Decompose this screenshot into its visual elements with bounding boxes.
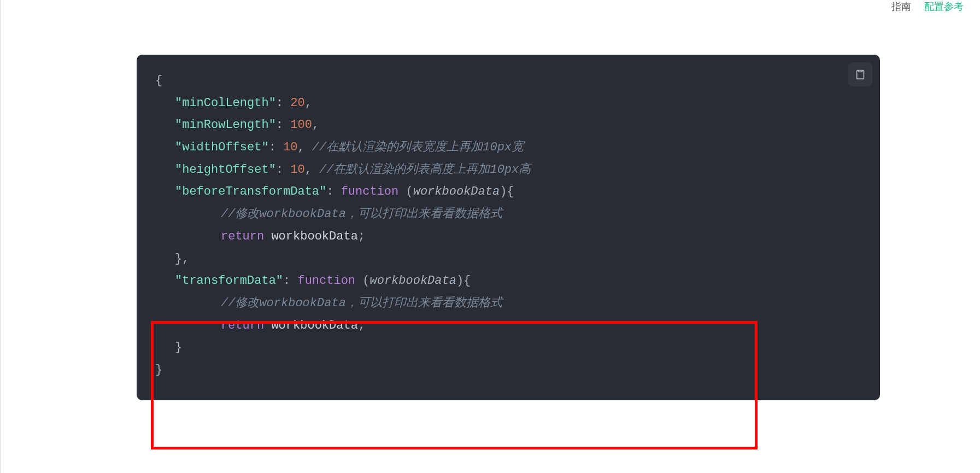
comment-transform-body: //修改workbookData，可以打印出来看看数据格式 bbox=[221, 296, 502, 310]
val-heightOffset: 10 bbox=[290, 163, 304, 177]
svg-rect-0 bbox=[858, 71, 862, 72]
nav-config-reference[interactable]: 配置参考 bbox=[924, 0, 964, 13]
id-workbookData-2: workbookData bbox=[271, 319, 357, 332]
top-nav: 指南 配置参考 bbox=[891, 0, 980, 13]
code-content: {"minColLength": 20,"minRowLength": 100,… bbox=[155, 70, 861, 382]
keyword-function-1: function bbox=[341, 185, 399, 198]
id-workbookData-1: workbookData bbox=[271, 230, 357, 243]
key-beforeTransformData: "beforeTransformData" bbox=[175, 185, 326, 198]
arg-workbookData-1: workbookData bbox=[413, 185, 500, 198]
key-minRowLength: "minRowLength" bbox=[175, 118, 276, 132]
page-left-divider bbox=[0, 0, 1, 473]
key-heightOffset: "heightOffset" bbox=[175, 163, 276, 177]
key-minColLength: "minColLength" bbox=[175, 96, 276, 110]
key-transformData: "transformData" bbox=[175, 274, 283, 288]
key-widthOffset: "widthOffset" bbox=[175, 141, 269, 154]
copy-button[interactable] bbox=[848, 62, 872, 86]
keyword-return-2: return bbox=[221, 319, 264, 332]
nav-guide[interactable]: 指南 bbox=[891, 0, 911, 13]
keyword-function-2: function bbox=[297, 274, 355, 288]
comment-before-body: //修改workbookData，可以打印出来看看数据格式 bbox=[221, 207, 502, 221]
val-minRowLength: 100 bbox=[290, 118, 312, 132]
val-minColLength: 20 bbox=[290, 96, 304, 110]
val-widthOffset: 10 bbox=[283, 141, 297, 154]
comment-widthOffset: //在默认渲染的列表宽度上再加10px宽 bbox=[312, 141, 524, 154]
brace-open: { bbox=[155, 74, 162, 87]
arg-workbookData-2: workbookData bbox=[369, 274, 456, 288]
comment-heightOffset: //在默认渲染的列表高度上再加10px高 bbox=[319, 163, 531, 177]
code-block: {"minColLength": 20,"minRowLength": 100,… bbox=[137, 55, 880, 400]
clipboard-icon bbox=[854, 68, 866, 80]
keyword-return-1: return bbox=[221, 230, 264, 243]
